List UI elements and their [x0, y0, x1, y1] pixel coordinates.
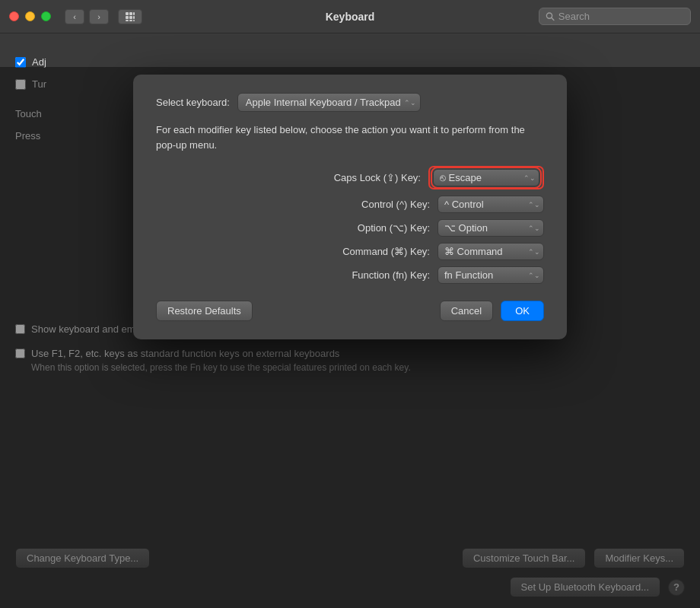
- caps-lock-row: Caps Lock (⇪) Key: No Action ⇪ Caps Lock…: [156, 166, 544, 189]
- search-input[interactable]: [558, 11, 684, 22]
- option-label: Option (⌥) Key:: [293, 222, 430, 234]
- svg-rect-6: [126, 20, 129, 21]
- svg-rect-3: [126, 16, 129, 19]
- grid-button[interactable]: [118, 9, 142, 24]
- svg-rect-0: [126, 12, 129, 15]
- nav-buttons: ‹ ›: [65, 9, 109, 24]
- control-row: Control (^) Key: No Action ⇪ Caps Lock ^…: [156, 196, 544, 213]
- caps-lock-select-wrapper[interactable]: No Action ⇪ Caps Lock ⌃ Control ⌥ Option…: [433, 169, 539, 186]
- modal-actions: Restore Defaults Cancel OK: [156, 301, 544, 321]
- maximize-button[interactable]: [41, 11, 51, 21]
- ok-button[interactable]: OK: [501, 301, 544, 321]
- svg-rect-2: [133, 12, 135, 15]
- traffic-lights: [9, 11, 51, 21]
- function-row: Function (fn) Key: No Action ⇪ Caps Lock…: [156, 266, 544, 284]
- caps-lock-label: Caps Lock (⇪) Key:: [284, 172, 421, 183]
- modal-overlay: Select keyboard: Apple Internal Keyboard…: [0, 67, 700, 608]
- command-select-wrapper[interactable]: No Action ⇪ Caps Lock ⌃ Control ⌥ Option…: [438, 243, 544, 260]
- svg-rect-1: [129, 12, 132, 15]
- control-select[interactable]: No Action ⇪ Caps Lock ^ Control ⌥ Option…: [438, 196, 544, 213]
- control-select-wrapper[interactable]: No Action ⇪ Caps Lock ^ Control ⌥ Option…: [438, 196, 544, 213]
- caps-lock-select[interactable]: No Action ⇪ Caps Lock ⌃ Control ⌥ Option…: [433, 169, 539, 186]
- keyboard-selector-row: Select keyboard: Apple Internal Keyboard…: [156, 93, 544, 112]
- command-label: Command (⌘) Key:: [293, 246, 430, 257]
- svg-rect-8: [133, 20, 135, 21]
- caps-lock-highlight: No Action ⇪ Caps Lock ⌃ Control ⌥ Option…: [428, 166, 544, 189]
- svg-rect-5: [133, 16, 135, 19]
- option-select[interactable]: No Action ⇪ Caps Lock ⌃ Control ⌥ Option…: [438, 219, 544, 237]
- keyboard-select[interactable]: Apple Internal Keyboard / Trackpad: [237, 93, 421, 112]
- command-row: Command (⌘) Key: No Action ⇪ Caps Lock ⌃…: [156, 243, 544, 260]
- function-select-wrapper[interactable]: No Action ⇪ Caps Lock ⌃ Control ⌥ Option…: [438, 266, 544, 284]
- adj-checkbox[interactable]: [15, 57, 26, 68]
- back-button[interactable]: ‹: [65, 9, 84, 24]
- keyboard-selector-label: Select keyboard:: [156, 97, 230, 108]
- command-select[interactable]: No Action ⇪ Caps Lock ⌃ Control ⌥ Option…: [438, 243, 544, 260]
- function-label: Function (fn) Key:: [293, 269, 430, 281]
- window-title: Keyboard: [326, 11, 375, 23]
- keyboard-selector-wrapper[interactable]: Apple Internal Keyboard / Trackpad: [237, 93, 421, 112]
- adj-label: Adj: [32, 56, 46, 68]
- modifier-rows: Caps Lock (⇪) Key: No Action ⇪ Caps Lock…: [156, 166, 544, 284]
- title-bar: ‹ › Keyboard: [0, 0, 700, 33]
- search-box[interactable]: [539, 8, 691, 25]
- modal-actions-right: Cancel OK: [440, 301, 544, 321]
- search-icon: [546, 11, 555, 21]
- modifier-keys-modal: Select keyboard: Apple Internal Keyboard…: [133, 75, 567, 339]
- adj-checkbox-row: Adj: [15, 56, 46, 68]
- modal-description: For each modifier key listed below, choo…: [156, 123, 544, 152]
- function-select[interactable]: No Action ⇪ Caps Lock ⌃ Control ⌥ Option…: [438, 266, 544, 284]
- cancel-button[interactable]: Cancel: [440, 301, 493, 321]
- restore-defaults-button[interactable]: Restore Defaults: [156, 301, 253, 321]
- forward-button[interactable]: ›: [89, 9, 109, 24]
- control-label: Control (^) Key:: [293, 199, 430, 210]
- svg-rect-4: [129, 16, 132, 19]
- option-select-wrapper[interactable]: No Action ⇪ Caps Lock ⌃ Control ⌥ Option…: [438, 219, 544, 237]
- minimize-button[interactable]: [25, 11, 35, 21]
- close-button[interactable]: [9, 11, 19, 21]
- svg-rect-7: [129, 20, 132, 21]
- option-row: Option (⌥) Key: No Action ⇪ Caps Lock ⌃ …: [156, 219, 544, 237]
- svg-line-10: [552, 18, 554, 20]
